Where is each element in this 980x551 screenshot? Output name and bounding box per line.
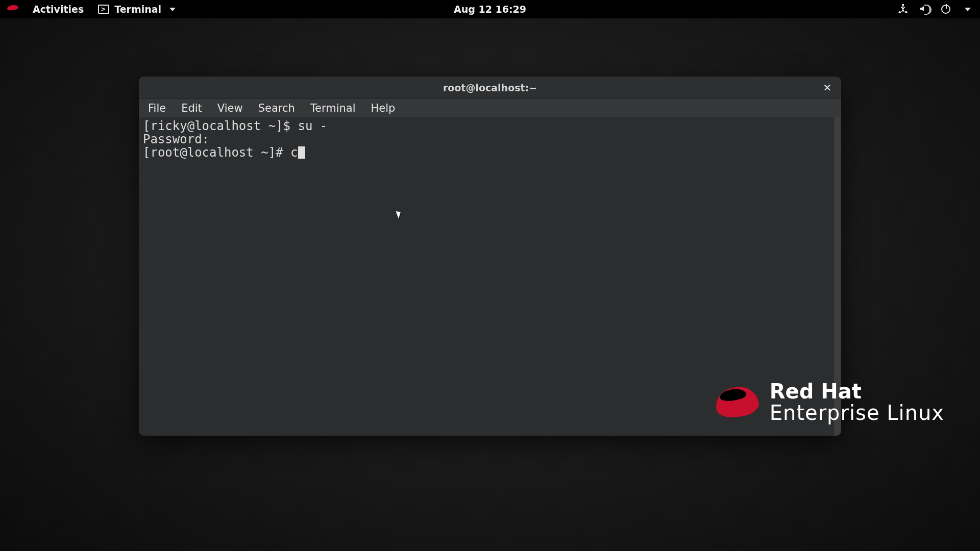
terminal-menubar: File Edit View Search Terminal Help	[139, 99, 841, 117]
terminal-line: [root@localhost ~]# c	[143, 146, 830, 159]
terminal-cursor	[298, 146, 305, 159]
window-titlebar[interactable]: root@localhost:~ ✕	[139, 77, 841, 99]
menu-terminal[interactable]: Terminal	[310, 102, 356, 114]
menu-help[interactable]: Help	[371, 102, 396, 114]
active-app-indicator[interactable]: Terminal	[98, 4, 176, 15]
chevron-down-icon	[169, 8, 176, 11]
close-button[interactable]: ✕	[821, 81, 834, 94]
volume-icon[interactable]	[920, 4, 930, 14]
distro-branding: Red Hat Enterprise Linux	[716, 381, 944, 423]
gnome-topbar: Activities Terminal Aug 12 16:29	[0, 0, 980, 18]
menu-search[interactable]: Search	[258, 102, 295, 114]
window-title: root@localhost:~	[443, 82, 537, 93]
power-icon[interactable]	[941, 5, 950, 14]
distro-hat-icon	[7, 5, 18, 13]
chevron-down-icon[interactable]	[965, 8, 971, 11]
clock[interactable]: Aug 12 16:29	[454, 4, 526, 15]
redhat-logo-icon	[716, 387, 758, 417]
menu-view[interactable]: View	[217, 102, 243, 114]
terminal-line: [ricky@localhost ~]$ su -	[143, 119, 830, 133]
terminal-line: Password:	[143, 133, 830, 146]
active-app-name: Terminal	[114, 4, 161, 15]
branding-line1: Red Hat	[770, 381, 944, 402]
menu-edit[interactable]: Edit	[181, 102, 202, 114]
terminal-icon	[98, 5, 109, 14]
menu-file[interactable]: File	[148, 102, 166, 114]
branding-line2: Enterprise Linux	[770, 402, 944, 423]
close-icon: ✕	[823, 83, 832, 93]
activities-button[interactable]: Activities	[33, 4, 84, 15]
network-icon[interactable]	[898, 4, 909, 14]
